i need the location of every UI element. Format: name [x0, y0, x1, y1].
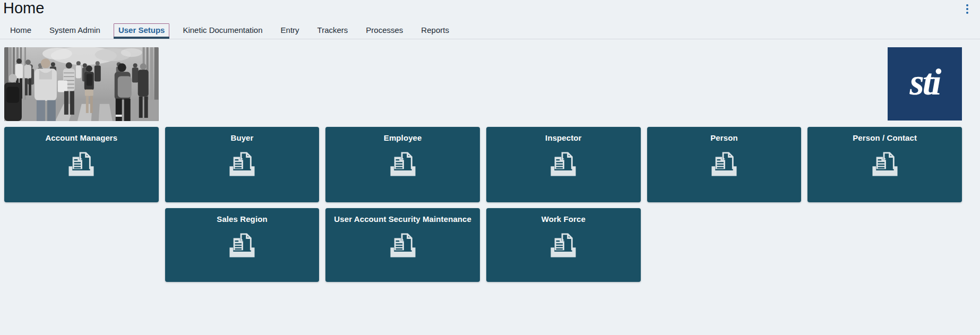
tile-label: Inspector	[486, 133, 641, 142]
tab-label: System Admin	[45, 23, 105, 37]
sti-logo-text: sti	[909, 64, 940, 104]
tile-employee[interactable]: Employee	[325, 127, 480, 202]
documents-tray-icon	[229, 233, 255, 258]
tab-label: Trackers	[313, 23, 353, 37]
documents-tray-icon	[711, 151, 737, 177]
tab-kinetic-documentation[interactable]: Kinetic Documentation	[178, 21, 267, 39]
tile-inspector[interactable]: Inspector	[486, 127, 641, 202]
page-header: Home	[0, 0, 980, 21]
overflow-menu-icon[interactable]	[964, 3, 971, 15]
people-walking-photo-art	[4, 47, 159, 121]
tab-label: Processes	[361, 23, 408, 37]
documents-tray-icon	[550, 233, 577, 258]
documents-tray-icon	[550, 151, 577, 177]
tile-label: Person / Contact	[807, 133, 962, 142]
sti-logo: sti	[888, 47, 962, 121]
tile-sales-region[interactable]: Sales Region	[165, 208, 320, 282]
tile-label: Employee	[325, 133, 480, 142]
logo-cell: sti	[807, 47, 962, 121]
tile-label: Person	[647, 133, 802, 142]
people-walking-photo	[4, 47, 159, 121]
tile-label: Account Managers	[4, 133, 159, 142]
tab-user-setups[interactable]: User Setups	[114, 21, 170, 39]
documents-tray-icon	[229, 151, 255, 177]
tile-person-contact[interactable]: Person / Contact	[807, 127, 962, 202]
tab-entry[interactable]: Entry	[276, 21, 304, 39]
tab-processes[interactable]: Processes	[361, 21, 408, 39]
tile-grid: sti Account Managers Buyer Employee Insp…	[4, 47, 962, 282]
tab-trackers[interactable]: Trackers	[313, 21, 353, 39]
tab-system-admin[interactable]: System Admin	[45, 21, 105, 39]
tile-label: Sales Region	[165, 214, 320, 224]
main-menu-tabs: Home System Admin User Setups Kinetic Do…	[0, 21, 980, 39]
tab-label: Kinetic Documentation	[178, 23, 267, 37]
tile-account-managers[interactable]: Account Managers	[4, 127, 159, 202]
tile-user-account-security-maintenance[interactable]: User Account Security Maintenance	[325, 208, 480, 282]
documents-tray-icon	[390, 233, 416, 258]
page-title: Home	[3, 0, 44, 17]
tab-home[interactable]: Home	[5, 21, 36, 39]
tile-person[interactable]: Person	[647, 127, 802, 202]
tab-label: Home	[5, 23, 36, 37]
tab-label: Reports	[416, 23, 454, 37]
tab-label: Entry	[276, 23, 304, 37]
tile-label: Work Force	[486, 214, 641, 224]
tab-reports[interactable]: Reports	[416, 21, 454, 39]
documents-tray-icon	[68, 151, 94, 177]
tile-buyer[interactable]: Buyer	[165, 127, 320, 202]
tab-label: User Setups	[114, 23, 170, 37]
documents-tray-icon	[390, 151, 416, 177]
documents-tray-icon	[872, 151, 898, 177]
tile-label: Buyer	[165, 133, 320, 142]
tile-work-force[interactable]: Work Force	[486, 208, 641, 282]
tile-label: User Account Security Maintenance	[325, 214, 480, 224]
